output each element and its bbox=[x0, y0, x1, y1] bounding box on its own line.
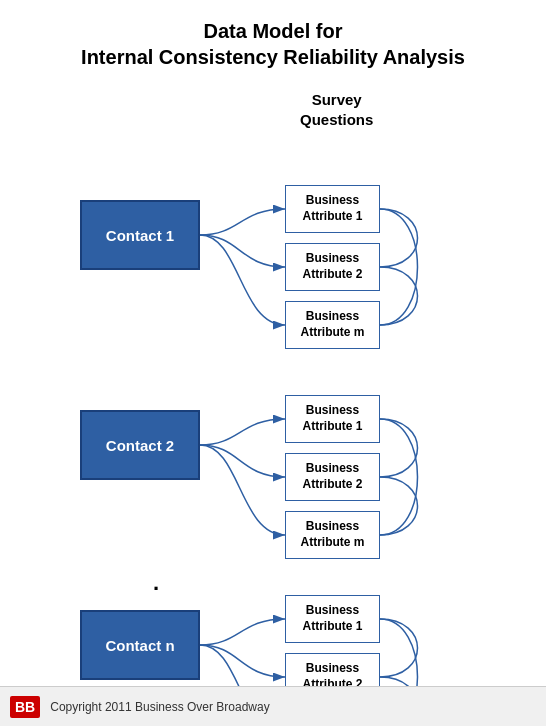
footer: BB Copyright 2011 Business Over Broadway bbox=[0, 686, 546, 726]
diagram-area: SurveyQuestions bbox=[0, 80, 546, 700]
footer-copyright: Copyright 2011 Business Over Broadway bbox=[50, 700, 269, 714]
title-line2: Internal Consistency Reliability Analysi… bbox=[81, 46, 465, 68]
page-title: Data Model for Internal Consistency Reli… bbox=[0, 0, 546, 80]
connectors-svg bbox=[0, 80, 546, 700]
contact2-label: Contact 2 bbox=[106, 437, 174, 454]
c1-atrm-box: BusinessAttribute m bbox=[285, 301, 380, 349]
contact1-box: Contact 1 bbox=[80, 200, 200, 270]
contact1-label: Contact 1 bbox=[106, 227, 174, 244]
title-line1: Data Model for bbox=[204, 20, 343, 42]
c1-attr2-box: BusinessAttribute 2 bbox=[285, 243, 380, 291]
c2-atrm-box: BusinessAttribute m bbox=[285, 511, 380, 559]
contactn-box: Contact n bbox=[80, 610, 200, 680]
c2-attr2-box: BusinessAttribute 2 bbox=[285, 453, 380, 501]
contact2-box: Contact 2 bbox=[80, 410, 200, 480]
survey-questions-label: SurveyQuestions bbox=[300, 90, 373, 129]
contactn-label: Contact n bbox=[105, 637, 174, 654]
c1-attr1-box: BusinessAttribute 1 bbox=[285, 185, 380, 233]
c2-attr1-box: BusinessAttribute 1 bbox=[285, 395, 380, 443]
footer-logo: BB bbox=[10, 696, 40, 718]
cn-attr1-box: BusinessAttribute 1 bbox=[285, 595, 380, 643]
